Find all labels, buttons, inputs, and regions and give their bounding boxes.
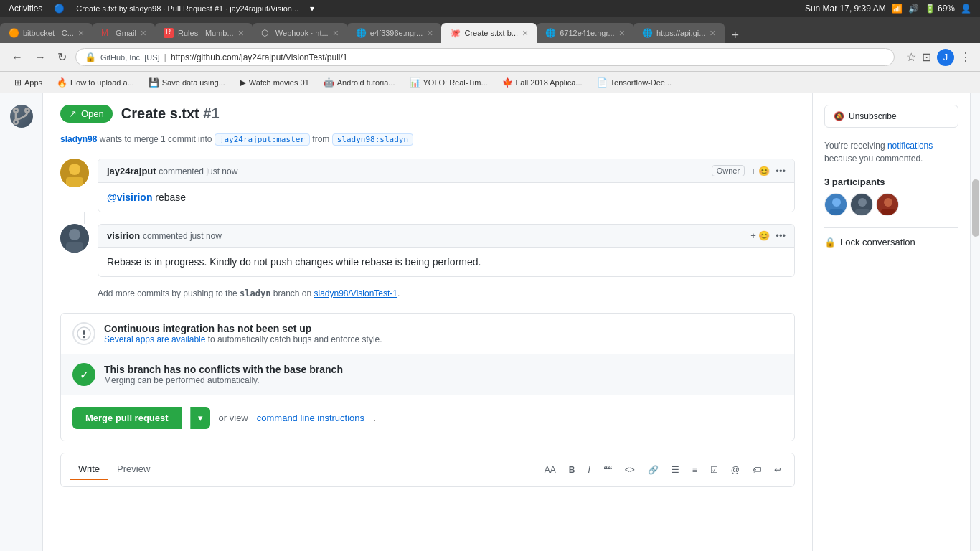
unsubscribe-button[interactable]: 🔕 Unsubscribe xyxy=(824,105,958,128)
bookmark-fall2018[interactable]: 🍁 Fall 2018 Applica... xyxy=(496,76,588,89)
toolbar-bold[interactable]: B xyxy=(565,463,580,477)
bookmark-how-to-upload[interactable]: 🔥 How to upload a... xyxy=(51,76,140,89)
battery-icon: 🔋 69% xyxy=(925,4,955,14)
screenshot-icon[interactable]: ⊡ xyxy=(922,50,931,64)
tab-close-bitbucket[interactable]: × xyxy=(78,27,84,39)
write-preview-tabs: Write Preview AA B I ❝❝ <> 🔗 ☰ ≡ ☑ @ xyxy=(61,453,794,486)
pr-head-branch[interactable]: sladyn98:sladyn xyxy=(332,133,413,146)
tab-close-api[interactable]: × xyxy=(710,27,715,39)
profile-icon[interactable]: J xyxy=(937,49,954,66)
add-reaction-visirion[interactable]: + 😊 xyxy=(750,230,770,241)
comment-body-jay: @visirion rebase xyxy=(98,183,794,212)
menu-icon[interactable]: ⋮ xyxy=(960,50,971,64)
bookmark-save-data[interactable]: 💾 Save data using... xyxy=(143,76,231,89)
pr-status-badge: ↗ Open xyxy=(60,105,113,123)
lock-icon: 🔒 xyxy=(824,237,836,248)
bookmark-yolo[interactable]: 📊 YOLO: Real-Tim... xyxy=(404,76,494,89)
tab-close-e4f[interactable]: × xyxy=(427,27,433,39)
tab-github-pr[interactable]: 🐙 Create s.txt b... × xyxy=(441,23,537,43)
toolbar-aa[interactable]: AA xyxy=(540,463,560,477)
comment-menu-jay[interactable]: ••• xyxy=(776,166,786,176)
participant-avatars xyxy=(824,193,958,216)
scrollbar-thumb[interactable] xyxy=(972,179,979,237)
svg-point-5 xyxy=(69,164,80,175)
tab-api[interactable]: 🌐 https://api.gi... × xyxy=(633,23,725,43)
comment-author-jay[interactable]: jay24rajput xyxy=(107,166,156,176)
ci-warning-sub-after: to automatically catch bugs and enforce … xyxy=(208,334,382,344)
toolbar-code[interactable]: <> xyxy=(621,463,639,477)
ci-warning-icon xyxy=(72,322,95,345)
add-commits-text: Add more commits by pushing to the slady… xyxy=(98,288,795,298)
ci-warning-sub: Several apps are available to automatica… xyxy=(104,334,382,344)
volume-icon: 🔊 xyxy=(908,4,919,14)
pr-base-branch[interactable]: jay24rajput:master xyxy=(215,133,310,146)
avatar-jay24rajput xyxy=(60,159,89,187)
scrollbar-track[interactable] xyxy=(970,93,980,551)
bookmark-android[interactable]: 🤖 Android tutoria... xyxy=(318,76,401,89)
tab-webhook[interactable]: ⬡ Webhook · ht... × xyxy=(253,23,347,43)
tab-bitbucket[interactable]: 🟠 bitbucket - C... × xyxy=(0,23,93,43)
tab-favicon-github: 🐙 xyxy=(450,28,460,38)
tab-rules[interactable]: R Rules - Mumb... × xyxy=(155,23,253,43)
write-tab[interactable]: Write xyxy=(70,459,108,480)
toolbar-italic[interactable]: I xyxy=(583,463,594,477)
address-bar: ← → ↻ 🔒 GitHub, Inc. [US] | https://gith… xyxy=(0,43,980,72)
bookmark-save-icon: 💾 xyxy=(149,77,159,88)
svg-point-14 xyxy=(832,198,841,207)
toolbar-task[interactable]: ☑ xyxy=(706,463,722,477)
svg-rect-18 xyxy=(855,209,870,216)
comment-actions-visirion: + 😊 ••• xyxy=(750,230,786,241)
lock-conversation-button[interactable]: 🔒 Lock conversation xyxy=(824,237,958,248)
merge-pull-request-button[interactable]: Merge pull request xyxy=(72,407,182,429)
merge-link-end: . xyxy=(373,413,376,423)
toolbar-quote[interactable]: ❝❝ xyxy=(599,463,616,477)
new-tab-button[interactable]: + xyxy=(725,28,747,43)
tab-indicator: 🔵 xyxy=(54,4,65,14)
notification-text: You're receiving notifications because y… xyxy=(824,139,958,165)
toolbar-reply[interactable]: ↩ xyxy=(770,463,786,477)
toolbar-ol[interactable]: ≡ xyxy=(688,463,702,477)
activities-label[interactable]: Activities xyxy=(9,4,42,14)
tab-close-rules[interactable]: × xyxy=(238,27,244,39)
svg-point-17 xyxy=(858,198,867,207)
url-bar[interactable]: 🔒 GitHub, Inc. [US] | https://github.com… xyxy=(75,48,895,66)
user-icon[interactable]: 👤 xyxy=(961,4,971,14)
bookmark-apps[interactable]: ⊞ Apps xyxy=(9,76,48,89)
bookmark-play-icon: ▶ xyxy=(240,77,246,88)
tab-close-gmail[interactable]: × xyxy=(141,27,146,39)
add-reaction-jay[interactable]: + 😊 xyxy=(750,166,770,176)
comment-menu-visirion[interactable]: ••• xyxy=(776,230,786,241)
reload-button[interactable]: ↻ xyxy=(55,49,70,65)
toolbar-mention[interactable]: @ xyxy=(727,463,744,477)
comment-box-jay: jay24rajput commented just now Owner + 😊… xyxy=(98,159,795,212)
dropdown-icon[interactable]: ▾ xyxy=(310,4,314,14)
mention-visirion: @visirion xyxy=(107,192,152,203)
ci-apps-link[interactable]: Several apps are available xyxy=(104,334,205,344)
toolbar-label[interactable]: 🏷 xyxy=(748,463,765,477)
repo-link[interactable]: sladyn98/VisionTest-1 xyxy=(314,288,398,298)
tab-close-6712[interactable]: × xyxy=(619,27,625,39)
tab-gmail[interactable]: M Gmail × xyxy=(93,23,155,43)
branch-name-sladyn: sladyn xyxy=(240,288,270,298)
notifications-link[interactable]: notifications xyxy=(887,141,933,151)
tab-favicon-webhook: ⬡ xyxy=(261,28,271,38)
tab-close-github[interactable]: × xyxy=(522,27,528,39)
bookmark-star-icon[interactable]: ☆ xyxy=(906,50,916,64)
back-button[interactable]: ← xyxy=(9,50,26,65)
datetime: Sun Mar 17, 9:39 AM xyxy=(805,4,886,14)
bookmark-tensorflow[interactable]: 📄 Tensorflow-Dee... xyxy=(591,76,678,89)
comment-author-visirion[interactable]: visirion xyxy=(107,230,140,241)
tab-6712[interactable]: 🌐 6712e41e.ngr... × xyxy=(537,23,633,43)
tab-e4f[interactable]: 🌐 e4f3396e.ngr... × xyxy=(347,23,442,43)
toolbar-link[interactable]: 🔗 xyxy=(644,463,663,477)
merge-dropdown-button[interactable]: ▾ xyxy=(190,407,210,429)
lock-icon: 🔒 xyxy=(85,52,96,62)
preview-tab[interactable]: Preview xyxy=(108,459,159,480)
bookmark-watch-movies[interactable]: ▶ Watch movies 01 xyxy=(234,76,315,89)
pr-author[interactable]: sladyn98 xyxy=(60,134,97,144)
forward-button[interactable]: → xyxy=(32,50,49,65)
tab-close-webhook[interactable]: × xyxy=(333,27,339,39)
toolbar-ul[interactable]: ☰ xyxy=(667,463,684,477)
pr-action-text: wants to merge 1 commit into xyxy=(100,134,215,144)
command-line-link[interactable]: command line instructions xyxy=(257,413,364,423)
